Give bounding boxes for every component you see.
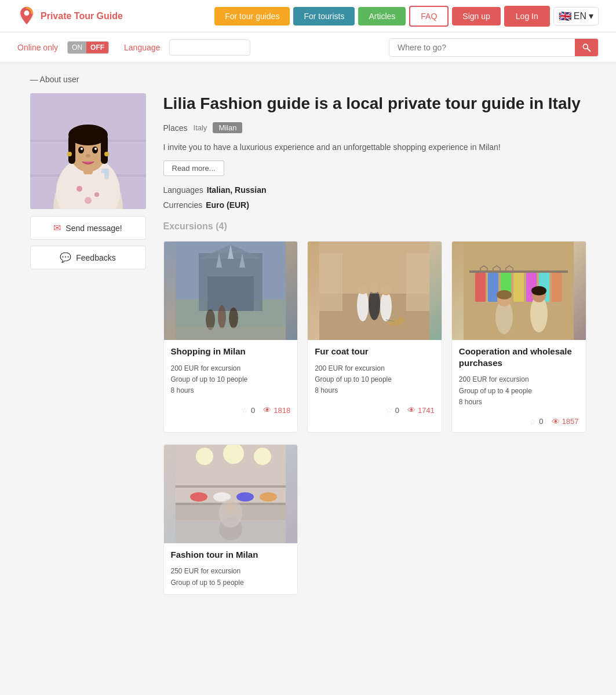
- header: Private Tour Guide For tour guides For t…: [0, 0, 616, 32]
- svg-rect-13: [101, 135, 108, 164]
- svg-rect-56: [513, 273, 524, 302]
- read-more-button[interactable]: Read more...: [163, 160, 224, 176]
- svg-rect-50: [319, 242, 429, 294]
- svg-point-64: [497, 290, 512, 299]
- excursion-card-4[interactable]: Fashion tour in Milan 250 EUR for excurs…: [163, 444, 298, 595]
- star-count-2: ☆ 0: [385, 405, 399, 415]
- svg-point-17: [94, 148, 97, 150]
- svg-line-3: [588, 49, 591, 52]
- search-button[interactable]: [575, 39, 598, 56]
- excursion-detail-1: 200 EUR for excursion Group of up to 10 …: [171, 363, 291, 397]
- search-bar: [389, 38, 599, 57]
- currencies-value: Euro (EUR): [206, 200, 249, 210]
- nav-for-tour-guides[interactable]: For tour guides: [214, 7, 290, 25]
- svg-point-35: [229, 308, 238, 328]
- feedbacks-label: Feedbacks: [76, 253, 115, 262]
- online-only-label: Online only: [17, 43, 58, 52]
- svg-point-74: [196, 448, 213, 465]
- language-input[interactable]: [169, 39, 250, 56]
- svg-point-22: [94, 192, 99, 197]
- eye-count-2: 👁 1741: [407, 405, 435, 415]
- mail-icon: ✉: [53, 222, 61, 233]
- flag-icon: 🇬🇧: [559, 10, 571, 23]
- excursion-name-3: Cooperation and wholesale purchases: [459, 346, 579, 368]
- eye-icon-2: 👁: [407, 405, 415, 415]
- nav-signup[interactable]: Sign up: [452, 7, 500, 25]
- place-country: Italy: [194, 123, 207, 132]
- avatar-svg: [30, 93, 146, 209]
- nav-login[interactable]: Log In: [504, 6, 550, 27]
- excursion-body-1: Shopping in Milan 200 EUR for excursion …: [164, 340, 298, 402]
- subheader: Online only ON OFF Language: [0, 32, 616, 63]
- toggle-on-label: ON: [68, 42, 86, 53]
- star-count-1: ☆ 0: [241, 405, 255, 415]
- places-row: Places Italy Milan: [163, 122, 586, 133]
- online-only-toggle[interactable]: ON OFF: [67, 41, 109, 54]
- excursion-detail-3: 200 EUR for excursion Group of up to 4 p…: [459, 374, 579, 408]
- send-message-button[interactable]: ✉ Send message!: [30, 216, 146, 240]
- svg-point-23: [85, 197, 92, 204]
- star-icon-1: ☆: [241, 405, 249, 415]
- star-icon-2: ☆: [385, 405, 393, 415]
- excursion-footer-3: ☆ 0 👁 1857: [452, 414, 586, 432]
- svg-point-21: [76, 186, 82, 192]
- svg-point-33: [206, 309, 215, 330]
- svg-point-14: [78, 147, 84, 153]
- excursions-grid-bottom: Fashion tour in Milan 250 EUR for excurs…: [163, 444, 586, 595]
- about-user-label: — About user: [30, 75, 79, 84]
- svg-point-19: [67, 152, 72, 156]
- svg-rect-68: [176, 485, 286, 488]
- about-user-header: — About user: [30, 75, 586, 84]
- svg-point-65: [531, 286, 546, 295]
- excursion-image-2: [308, 242, 442, 340]
- star-icon-3: ☆: [529, 417, 537, 426]
- excursion-card-3[interactable]: Cooperation and wholesale purchases 200 …: [451, 241, 586, 433]
- eye-icon-3: 👁: [552, 417, 560, 426]
- svg-point-1: [24, 10, 30, 16]
- send-message-label: Send message!: [65, 224, 122, 233]
- search-input[interactable]: [389, 39, 575, 56]
- header-nav: For tour guides For tourists Articles FA…: [214, 6, 599, 27]
- toggle-off-label: OFF: [86, 42, 108, 53]
- excursion-body-4: Fashion tour in Milan 250 EUR for excurs…: [164, 543, 298, 594]
- eye-count-1: 👁 1818: [263, 405, 290, 415]
- svg-rect-52: [469, 270, 568, 273]
- profile-main: Lilia Fashion guide is a local private t…: [163, 93, 586, 595]
- nav-for-tourists[interactable]: For tourists: [293, 7, 355, 25]
- svg-rect-53: [475, 273, 486, 302]
- main-content: — About user: [13, 63, 604, 606]
- excursion-card-2[interactable]: Fur coat tour 200 EUR for excursion Grou…: [307, 241, 442, 433]
- excursions-title: Excursions (4): [163, 221, 586, 232]
- profile-photo: [30, 93, 146, 209]
- svg-point-80: [224, 500, 238, 514]
- eye-icon-1: 👁: [263, 405, 271, 415]
- svg-rect-36: [176, 327, 286, 340]
- svg-point-43: [380, 291, 392, 321]
- excursion-body-2: Fur coat tour 200 EUR for excursion Grou…: [308, 340, 442, 402]
- excursion-name-1: Shopping in Milan: [171, 346, 291, 357]
- feedbacks-button[interactable]: 💬 Feedbacks: [30, 246, 146, 269]
- language-selector[interactable]: 🇬🇧 EN ▾: [553, 7, 599, 25]
- excursion-detail-2: 200 EUR for excursion Group of up to 10 …: [315, 363, 435, 397]
- lang-label: EN: [574, 11, 586, 21]
- logo-link[interactable]: Private Tour Guide: [17, 6, 123, 27]
- svg-rect-12: [68, 135, 75, 164]
- nav-articles[interactable]: Articles: [358, 7, 406, 25]
- svg-rect-29: [207, 276, 254, 311]
- profile-sidebar: ✉ Send message! 💬 Feedbacks: [30, 93, 146, 595]
- language-label: Language: [124, 43, 160, 52]
- svg-point-73: [260, 492, 277, 502]
- excursion-name-4: Fashion tour in Milan: [171, 549, 291, 561]
- languages-row: Languages Italian, Russian: [163, 185, 586, 195]
- chevron-down-icon: ▾: [589, 10, 593, 21]
- svg-point-70: [190, 492, 207, 502]
- nav-faq[interactable]: FAQ: [409, 6, 449, 27]
- excursion-detail-4: 250 EUR for excursion Group of up to 5 p…: [171, 566, 291, 588]
- excursion-card-1[interactable]: Shopping in Milan 200 EUR for excursion …: [163, 241, 298, 433]
- search-icon: [582, 43, 591, 52]
- excursions-grid: Shopping in Milan 200 EUR for excursion …: [163, 241, 586, 433]
- place-city: Milan: [213, 122, 242, 133]
- excursion-footer-1: ☆ 0 👁 1818: [164, 402, 298, 420]
- svg-point-20: [104, 152, 109, 156]
- languages-label: Languages: [163, 185, 203, 195]
